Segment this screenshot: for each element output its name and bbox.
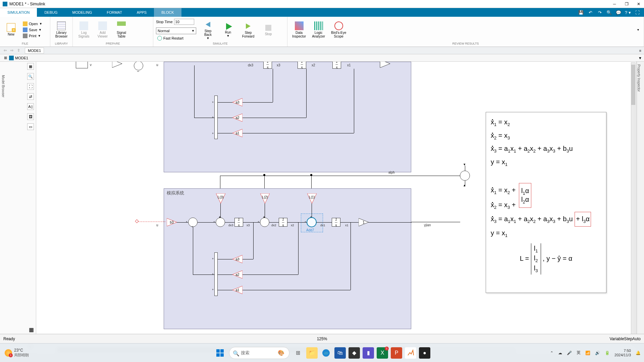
vscroll-thumb[interactable] (631, 65, 635, 105)
integrator-u3[interactable]: 1─s (332, 62, 341, 69)
notifications-icon[interactable]: 🔔 (636, 351, 641, 355)
minimize-button[interactable]: ─ (612, 1, 617, 7)
gain-L3[interactable]: L(3) (216, 193, 225, 203)
wifi-icon[interactable]: 📶 (585, 351, 590, 355)
tab-format[interactable]: FORMAT (99, 8, 129, 17)
overview-icon[interactable]: ▦ (29, 326, 34, 333)
new-button[interactable]: New (3, 18, 19, 41)
save-qat-icon[interactable]: 💾 (578, 9, 584, 16)
tab-apps[interactable]: APPS (129, 8, 154, 17)
simulink-canvas[interactable]: dx3 1─s x3 1─s x2 1─s x1 + + + a3 a2 a1 (36, 62, 637, 353)
log-signals-button[interactable]: Log Signals (75, 18, 92, 41)
tab-simulation[interactable]: SIMULATION (0, 8, 37, 17)
subsystem-upper[interactable]: dx3 1─s x3 1─s x2 1─s x1 + + + a3 a2 a1 (164, 62, 411, 172)
mic-icon[interactable]: 🎤 (567, 351, 572, 355)
property-inspector-label[interactable]: Property Inspector (637, 62, 641, 92)
expand-button[interactable]: ▾ (637, 28, 641, 32)
tab-block[interactable]: BLOCK (154, 8, 181, 17)
weather-widget[interactable]: 1 23°C 局部晴朗 (5, 348, 29, 358)
save-button[interactable]: Save▼ (21, 27, 44, 33)
signal-table-button[interactable]: Signal Table (113, 18, 130, 41)
fullscreen-icon[interactable]: ⛶ (634, 9, 641, 16)
annotation-icon[interactable]: A▯ (27, 103, 34, 110)
area-icon[interactable]: ▭ (27, 123, 34, 130)
store-icon[interactable]: 🛍 (334, 347, 346, 359)
step-back-button[interactable]: Step Back▼ (200, 18, 216, 41)
mux-lower[interactable] (214, 252, 218, 296)
step-forward-button[interactable]: Step Forward (240, 18, 257, 41)
edge-icon[interactable] (320, 347, 332, 359)
mux-upper[interactable] (214, 96, 218, 139)
close-button[interactable]: ✕ (636, 1, 641, 7)
find-icon[interactable]: 🔍 (606, 9, 612, 16)
open-button[interactable]: Open▼ (21, 21, 44, 26)
gain-a3-l[interactable]: a3 (232, 255, 243, 263)
tray-chevron-icon[interactable]: ⌃ (550, 351, 553, 355)
volume-icon[interactable]: 🔊 (595, 351, 600, 355)
clock[interactable]: 7:50 2024/11/3 (614, 349, 631, 357)
gain-a1-l[interactable]: a1 (232, 286, 243, 294)
nav-fwd-icon[interactable]: ⇨ (9, 48, 14, 53)
gain-a2-u[interactable]: a2 (232, 114, 243, 122)
model-browser-label[interactable]: Model Browser (1, 75, 5, 98)
maximize-button[interactable]: ❐ (624, 1, 629, 7)
gain-L1[interactable]: L(1) (307, 193, 317, 203)
equation-annotation[interactable]: x1 = x2 x2 = x3 x3 = a1x1 + a2x2 + a3x3 … (486, 112, 606, 293)
print-button[interactable]: Print▼ (21, 33, 44, 39)
right-sidebar[interactable]: Property Inspector (637, 62, 644, 353)
gain-a1-u[interactable]: a1 (232, 129, 243, 137)
explorer-menu-icon[interactable]: ≡ (639, 49, 644, 53)
integrator-u2[interactable]: 1─s (298, 62, 306, 69)
add-viewer-button[interactable]: Add Viewer (94, 18, 111, 41)
simulation-mode-select[interactable]: Normal▼ (156, 27, 196, 34)
zoom-fit-icon[interactable]: 🔍 (27, 73, 34, 80)
nav-back-icon[interactable]: ⇦ (3, 48, 7, 53)
nav-up-icon[interactable]: ⇧ (16, 48, 21, 53)
model-tab[interactable]: MODE1 (15, 56, 28, 60)
integrator-l1[interactable]: 1─s (234, 218, 243, 227)
sum-l2[interactable] (216, 218, 225, 227)
fast-restart-button[interactable]: Fast Restart (156, 36, 196, 41)
tab-debug[interactable]: DEBUG (37, 8, 65, 17)
gain-L2[interactable]: L(2) (260, 193, 270, 203)
tab-dropdown-icon[interactable]: ▼ (638, 56, 642, 60)
canvas-vscrollbar[interactable] (631, 62, 636, 346)
undo-icon[interactable]: ↶ (587, 9, 594, 16)
powerpoint-icon[interactable]: P (391, 347, 402, 359)
run-button[interactable]: Run▼ (220, 18, 236, 41)
gain-out-top[interactable] (378, 62, 392, 68)
app3-icon[interactable]: ● (419, 347, 430, 359)
stop-button[interactable]: Stop (260, 18, 277, 41)
integrator-u1[interactable]: 1─s (263, 62, 272, 69)
subtract-alpha[interactable] (460, 171, 470, 181)
sum-l3[interactable] (260, 218, 269, 227)
battery-icon[interactable]: 🔋 (605, 351, 610, 355)
stoptime-input[interactable] (174, 19, 194, 25)
gain-top-frag[interactable] (112, 62, 122, 68)
comment-icon[interactable]: 💬 (615, 9, 622, 16)
fit-icon[interactable]: ⛶ (27, 83, 34, 90)
gain-b3-l[interactable]: b3 (167, 218, 177, 226)
app1-icon[interactable]: ◆ (348, 347, 360, 359)
taskbar-search[interactable]: 🔍 搜索 🎨 (229, 347, 289, 359)
sample-time-icon[interactable]: ⇄ (27, 93, 34, 100)
start-button[interactable] (214, 347, 226, 359)
redo-icon[interactable]: ↷ (596, 9, 603, 16)
matlab-icon[interactable] (405, 347, 416, 359)
logic-analyzer-button[interactable]: Logic Analyzer (310, 18, 327, 41)
integrator-l3[interactable]: 1─s (332, 218, 340, 227)
data-inspector-button[interactable]: Data Inspector (290, 18, 308, 41)
integrator-l2[interactable]: 1─s (279, 218, 287, 227)
ime-indicator[interactable]: 英 (577, 350, 581, 356)
breadcrumb[interactable]: MODE1 (25, 48, 44, 54)
image-icon[interactable]: 🖼 (27, 113, 34, 120)
block-top-frag[interactable] (76, 62, 88, 68)
birds-eye-button[interactable]: Bird's-Eye Scope (329, 18, 348, 41)
subsystem-lower[interactable]: 模拟系统 L(3) L(2) L(1) ▾ ▾ ▾ b3 + + + + 1─s… (164, 188, 411, 329)
gain-a3-u[interactable]: a3 (232, 98, 243, 106)
taskview-icon[interactable]: ⊞ (292, 347, 304, 359)
gain-a2-l[interactable]: a2 (232, 270, 243, 279)
help-icon[interactable]: ? ▾ (625, 9, 631, 16)
excel-icon[interactable]: X1 (377, 347, 388, 359)
onedrive-icon[interactable]: ☁ (558, 351, 562, 355)
